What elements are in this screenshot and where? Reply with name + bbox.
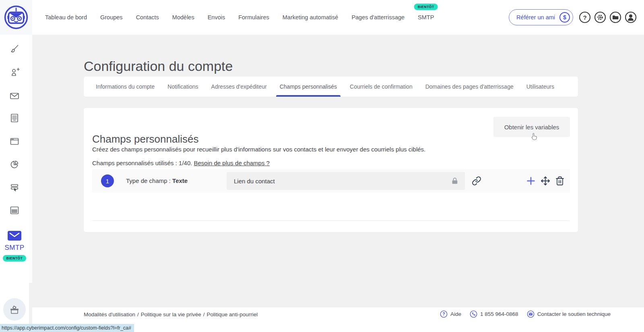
question-icon: ? [579, 11, 591, 23]
field-type-value: Texte [172, 177, 188, 184]
help-link[interactable]: Aide [450, 311, 461, 317]
page-title: Configuration du compte [84, 58, 233, 74]
sidebar-item-statistics[interactable] [9, 159, 20, 170]
main-navigation: Tableau de bord Groupes Contacts Modèles… [45, 0, 434, 35]
fields-usage-text: Champs personnalisés utilisés : 1/40.Bes… [92, 160, 270, 166]
field-type-label: Type de champ : [126, 177, 171, 184]
lock-icon [450, 176, 459, 185]
card-divider [92, 220, 570, 221]
mail-circle-icon [527, 310, 535, 318]
feedback-button[interactable] [3, 298, 26, 321]
field-row-actions [526, 176, 565, 186]
custom-field-row: 1 Type de champ : Texte Lien du contact [92, 169, 570, 193]
tab-account-info[interactable]: Informations du compte [96, 77, 155, 97]
folder-icon [609, 11, 621, 23]
help-circle-icon[interactable]: ? [440, 310, 448, 318]
phone-icon [470, 310, 477, 318]
link-icon [472, 176, 481, 186]
plus-icon [526, 176, 536, 186]
field-type-text: Type de champ : Texte [126, 177, 188, 184]
status-url: https://app.cyberimpact.com/config/custo… [2, 325, 131, 331]
nav-item-forms[interactable]: Formulaires [238, 14, 269, 21]
contact-support-link[interactable]: Contacter le soutien technique [537, 311, 611, 317]
svg-text:?: ? [583, 14, 586, 21]
field-name-input[interactable]: Lien du contact [227, 172, 465, 190]
paintbrush-icon [9, 44, 20, 55]
main-content-area: Configuration du compte Informations du … [32, 35, 644, 307]
card-description: Créez des champs personnalisés pour recu… [92, 146, 425, 153]
nav-item-smtp-label: SMTP [418, 14, 434, 21]
nav-item-contacts[interactable]: Contacts [136, 14, 159, 21]
nav-item-smtp[interactable]: BIENTÔT SMTP [418, 14, 434, 21]
person-add-icon [9, 67, 20, 78]
sidebar-item-lists[interactable] [9, 112, 20, 124]
left-sidebar: SMTP BIENTÔT [0, 35, 32, 332]
footer-support-links: ? Aide 1 855 964-0868 Contacter le souti… [440, 310, 611, 318]
browser-status-bar: https://app.cyberimpact.com/config/custo… [0, 324, 134, 332]
avatar-icon [625, 11, 637, 23]
envelope-icon [9, 90, 20, 102]
tab-confirmation-emails[interactable]: Courriels de confirmation [350, 77, 413, 97]
need-more-fields-link[interactable]: Besoin de plus de champs ? [194, 160, 269, 166]
sidebar-scrollbar-track[interactable] [29, 35, 32, 332]
trash-icon [555, 176, 565, 186]
nav-item-marketing-automation[interactable]: Marketing automatisé [283, 14, 339, 21]
field-name-value: Lien du contact [234, 178, 275, 185]
top-right-controls: Référer un ami $ ? [509, 0, 637, 35]
tab-custom-fields[interactable]: Champs personnalisés [280, 77, 337, 97]
sidebar-scrollbar-thumb[interactable] [29, 35, 32, 283]
browser-window-icon [9, 136, 20, 147]
sidebar-item-design[interactable] [9, 44, 20, 55]
form-cursor-icon [9, 182, 20, 193]
add-field-button[interactable] [526, 176, 536, 186]
sidebar-item-add-contact[interactable] [9, 67, 20, 78]
sidebar-item-mailings[interactable] [9, 90, 20, 102]
move-icon [541, 176, 550, 186]
nav-item-dashboard[interactable]: Tableau de bord [45, 14, 87, 21]
terms-link[interactable]: Modalités d'utilisation [84, 311, 135, 317]
files-button[interactable] [609, 11, 621, 23]
cursor-pointer-hand [530, 132, 539, 143]
card-title: Champs personnalisés [92, 133, 198, 145]
refer-friend-button[interactable]: Référer un ami $ [509, 9, 573, 25]
support-phone-number[interactable]: 1 855 964-0868 [480, 311, 518, 317]
smtp-envelope-icon [7, 230, 22, 241]
footer-legal-links: Modalités d'utilisation / Politique sur … [84, 311, 258, 317]
ballot-box-icon [8, 303, 21, 315]
settings-tabs: Informations du compte Notifications Adr… [84, 77, 578, 97]
pie-chart-icon [9, 159, 20, 170]
app-logo[interactable] [0, 0, 32, 35]
sidebar-smtp-soon-badge: BIENTÔT [3, 255, 27, 261]
sidebar-item-smtp[interactable]: SMTP BIENTÔT [0, 230, 29, 261]
anti-spam-link[interactable]: Politique anti-pourriel [207, 311, 258, 317]
refer-friend-label: Référer un ami [516, 14, 555, 21]
tab-sender-addresses[interactable]: Adresses d'expéditeur [211, 77, 267, 97]
dollar-icon: $ [559, 12, 570, 23]
sidebar-item-forms[interactable] [9, 182, 20, 193]
nav-item-mailings[interactable]: Envois [208, 14, 225, 21]
footer-separator: / [137, 311, 139, 317]
document-lines-icon [9, 112, 20, 124]
footer-separator: / [203, 311, 205, 317]
smtp-soon-badge: BIENTÔT [414, 4, 438, 10]
nav-item-landing-pages[interactable]: Pages d'atterrissage [351, 14, 405, 21]
tab-users[interactable]: Utilisateurs [526, 77, 554, 97]
svg-text:?: ? [442, 312, 445, 316]
privacy-link[interactable]: Politique sur la vie privée [141, 311, 201, 317]
delete-field-button[interactable] [555, 176, 565, 186]
custom-fields-card: Champs personnalisés Créez des champs pe… [84, 108, 578, 232]
field-number-badge: 1 [101, 174, 114, 187]
tab-landing-page-domains[interactable]: Domaines des pages d'atterrissage [425, 77, 514, 97]
copy-link-button[interactable] [472, 176, 481, 186]
help-button[interactable]: ? [579, 11, 591, 23]
settings-button[interactable] [594, 11, 606, 23]
account-button[interactable] [625, 11, 637, 23]
sidebar-item-calendar[interactable] [9, 205, 20, 216]
sidebar-item-landing-pages[interactable] [9, 136, 20, 147]
nav-item-groups[interactable]: Groupes [100, 14, 123, 21]
move-field-handle[interactable] [541, 176, 550, 186]
top-bar: Tableau de bord Groupes Contacts Modèles… [0, 0, 644, 35]
robot-logo-icon [4, 5, 29, 30]
nav-item-templates[interactable]: Modèles [172, 14, 194, 21]
tab-notifications[interactable]: Notifications [167, 77, 198, 97]
